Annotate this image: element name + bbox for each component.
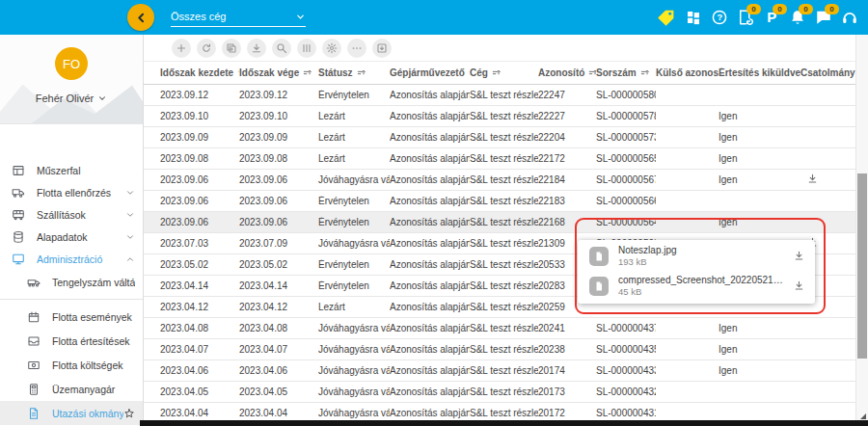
parking-icon[interactable]: P0 (763, 9, 780, 26)
cell-serial: SL-000000567 (596, 174, 656, 185)
table-row[interactable]: 2023.09.062023.09.06ÉrvénytelenAzonosítá… (144, 212, 856, 233)
download-button[interactable] (247, 39, 266, 58)
cell-id: 22183 (538, 196, 596, 206)
attachment-popup: Noteszlap.jpg193 kBcompressed_Screenshot… (578, 240, 815, 304)
table-header-row: Időszak kezdeteIdőszak végeStátuszGépjár… (144, 61, 856, 85)
table-row[interactable]: 2023.04.062023.04.06Jóváhagyásra várAzon… (144, 360, 856, 382)
favorite-star-icon[interactable] (123, 408, 135, 419)
chat-icon[interactable]: 0 (815, 9, 832, 26)
sort-filter-icon (587, 67, 596, 78)
column-header-4[interactable]: Gépjárművezető (390, 67, 470, 78)
copy-button[interactable] (222, 39, 241, 58)
sidebar-item-adminisztr-ci-[interactable]: Adminisztráció (0, 248, 143, 270)
tag-icon[interactable] (656, 8, 676, 28)
fuel-icon (27, 383, 41, 396)
cell-id: 20238 (538, 344, 596, 355)
table-row[interactable]: 2023.04.072023.04.07Jóváhagyásra várAzon… (144, 339, 856, 360)
cell-company: S&L teszt részleg (470, 90, 538, 100)
table-row[interactable]: 2023.09.062023.09.06ÉrvénytelenAzonosítá… (144, 191, 856, 212)
cell-serial: SL-000000564 (596, 217, 656, 227)
cell-end: 2023.04.12 (239, 302, 318, 312)
column-header-2[interactable]: Időszak vége (239, 67, 318, 78)
table-toolbar (172, 39, 392, 58)
sidebar-item-flotta-esem-nyek[interactable]: Flotta események (0, 305, 143, 329)
table-row[interactable]: 2023.09.092023.09.09LezártAzonosítás ala… (144, 127, 856, 148)
table-row[interactable]: 2023.09.082023.09.08LezártAzonosítás ala… (144, 148, 856, 170)
cell-company: S&L teszt részleg (470, 238, 538, 249)
more-button[interactable] (347, 39, 366, 58)
collapse-sidebar-button[interactable] (127, 4, 154, 31)
attachment-file-item[interactable]: compressed_Screenshot_20220521-1...45 kB (578, 271, 815, 301)
sidebar-item-m-szerfal[interactable]: Műszerfal (0, 159, 143, 181)
table-row[interactable]: 2023.09.102023.09.10LezártAzonosítás ala… (144, 106, 856, 127)
refresh-button[interactable] (197, 39, 216, 58)
cell-status: Jóváhagyásra vár (318, 365, 390, 376)
column-header-5[interactable]: Cég (470, 67, 538, 78)
sidebar-item--zemanyag-r[interactable]: Üzemanyagár (0, 377, 143, 401)
column-header-8[interactable]: Külső azonosító (656, 67, 719, 78)
headset-icon[interactable] (841, 9, 858, 26)
cell-status: Érvénytelen (318, 259, 390, 270)
column-label: Időszak kezdete (160, 67, 233, 78)
notifications-bell-icon[interactable]: 0 (789, 9, 806, 26)
money-icon (27, 359, 41, 372)
chevron-left-icon (134, 11, 149, 25)
column-header-10[interactable]: Csatolmány (800, 67, 856, 78)
cell-start: 2023.04.04 (144, 408, 239, 418)
column-header-3[interactable]: Státusz (318, 67, 390, 78)
cell-serial: SL-000000435 (596, 344, 656, 355)
download-file-icon[interactable] (793, 280, 805, 292)
plus-button[interactable] (172, 39, 191, 58)
sidebar-item-tengelysz-m-v-lt-s[interactable]: Tengelyszám váltás (0, 270, 143, 294)
sidebar-item-flotta-k-lts-gek[interactable]: Flotta költségek (0, 353, 143, 377)
column-header-6[interactable]: Azonosító (538, 67, 596, 78)
attachment-file-item[interactable]: Noteszlap.jpg193 kB (578, 241, 815, 271)
vertical-scrollbar[interactable] (855, 35, 868, 426)
search-button[interactable] (272, 39, 291, 58)
table-row[interactable]: 2023.09.122023.09.12ÉrvénytelenAzonosítá… (144, 85, 856, 106)
svg-text:?: ? (717, 13, 722, 22)
cell-end: 2023.05.02 (239, 259, 318, 270)
resize-grip-icon (860, 413, 866, 419)
cell-company: S&L teszt részleg (470, 174, 538, 185)
sidebar-item-utaz-si-okm-nyok[interactable]: Utazási okmányok (0, 401, 143, 425)
cell-id: 22168 (538, 217, 596, 227)
download-file-icon[interactable] (793, 250, 805, 262)
column-header-7[interactable]: Sorszám (596, 67, 656, 78)
scrollbar-thumb[interactable] (857, 173, 867, 359)
cell-driver: Azonosítás alapján (390, 196, 470, 206)
column-header-1[interactable]: Időszak kezdete (144, 67, 239, 78)
chevron-down-icon (125, 210, 135, 220)
download-attachment-icon[interactable] (806, 173, 819, 185)
sidebar-item-sz-ll-t-sok[interactable]: Szállítások (0, 203, 143, 226)
cell-status: Érvénytelen (318, 196, 390, 206)
cell-driver: Azonosítás alapján (390, 238, 470, 249)
export-button[interactable] (372, 39, 392, 58)
settings-gear-button[interactable] (322, 39, 341, 58)
cell-end: 2023.09.10 (239, 111, 318, 121)
column-header-9[interactable]: Értesítés kiküldve (719, 67, 800, 78)
apps-grid-icon[interactable] (685, 9, 702, 26)
topbar: Összes cég ?0P000 (0, 0, 868, 35)
cell-notified: Igen (719, 323, 800, 333)
cell-status: Jóváhagyásra vár (318, 323, 390, 333)
sidebar-item-flotta-ellen-rz-s[interactable]: Flotta ellenőrzés (0, 181, 143, 203)
profile-name[interactable]: Fehér Olivér (0, 93, 143, 104)
cell-serial: SL-000000432 (596, 386, 656, 397)
company-select[interactable]: Összes cég (171, 7, 306, 27)
cell-status: Lezárt (318, 132, 390, 143)
table-row[interactable]: 2023.09.062023.09.06Jóváhagyásra várAzon… (144, 170, 856, 191)
sidebar-item-flotta-rtes-t-sek[interactable]: Flotta értesítések (0, 329, 143, 353)
cell-serial: SL-000000566 (596, 196, 656, 206)
table-row[interactable]: 2023.04.052023.04.05Jóváhagyásra várAzon… (144, 382, 856, 403)
sidebar-item-alapadatok[interactable]: Alapadatok (0, 226, 143, 248)
sidebar-item-label: Adminisztráció (37, 253, 125, 265)
cell-company: S&L teszt részleg (470, 217, 538, 227)
table-row[interactable]: 2023.04.082023.04.08Jóváhagyásra várAzon… (144, 318, 856, 339)
cell-driver: Azonosítás alapján (390, 280, 470, 291)
help-icon[interactable]: ? (711, 9, 728, 26)
document-sync-icon[interactable]: 0 (737, 9, 754, 26)
columns-button[interactable] (297, 39, 316, 58)
column-label: Cég (470, 67, 488, 78)
avatar[interactable]: FO (55, 47, 88, 80)
